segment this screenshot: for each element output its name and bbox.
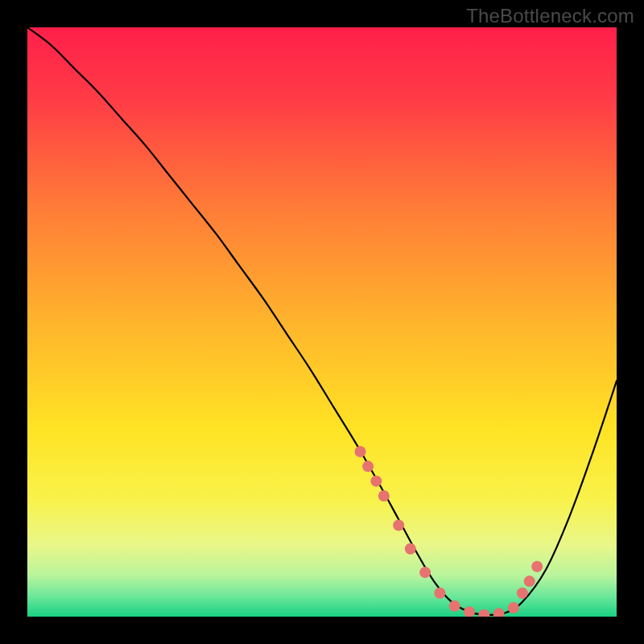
marker-dot — [378, 490, 390, 502]
chart-svg — [27, 27, 617, 617]
gradient-background — [27, 27, 617, 617]
marker-dot — [370, 476, 382, 487]
marker-dot — [524, 576, 535, 587]
watermark-text: TheBottleneck.com — [466, 5, 634, 27]
marker-dot — [362, 460, 374, 472]
marker-dot — [434, 588, 445, 599]
marker-dot — [405, 543, 416, 555]
chart-frame: TheBottleneck.com — [0, 0, 644, 644]
marker-dot — [393, 520, 404, 531]
plot-area — [27, 27, 617, 617]
marker-dot — [508, 602, 519, 613]
marker-dot — [355, 446, 366, 457]
marker-dot — [517, 588, 528, 599]
marker-dot — [531, 561, 543, 572]
marker-dot — [419, 567, 431, 578]
marker-dot — [449, 601, 460, 612]
